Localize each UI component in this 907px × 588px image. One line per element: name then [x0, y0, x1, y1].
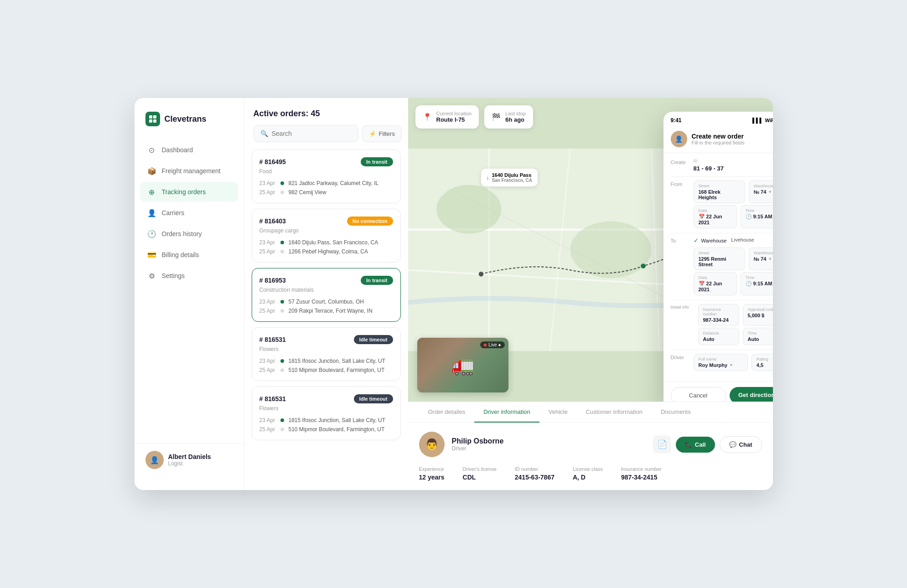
to-time-field[interactable]: Time 🕐 9:15 AM — [741, 272, 773, 295]
time-field[interactable]: Time Auto — [743, 328, 773, 345]
tab-documents[interactable]: Documents — [652, 402, 700, 423]
status-badge: In transit — [361, 276, 393, 285]
user-role: Logist — [168, 460, 211, 467]
time-field-label: Time — [748, 331, 773, 335]
order-type: Construction materials — [259, 287, 393, 293]
filters-button[interactable]: ⚡ Filters — [362, 125, 402, 142]
phone-icon: 📞 — [685, 441, 692, 448]
distance-field[interactable]: Distance Auto — [698, 328, 739, 345]
stop-dot — [280, 250, 284, 253]
from-time-field[interactable]: Time 🕐 9:15 AM — [741, 205, 773, 228]
bottom-panel: Order detailes Driver information Vehicl… — [408, 402, 773, 490]
order-id: # 816403 — [259, 217, 286, 225]
order-id: # 816953 — [259, 277, 286, 284]
tab-customer-information[interactable]: Customer information — [577, 402, 652, 423]
to-date-field[interactable]: Data 📅 22 Jun 2021 — [694, 272, 737, 295]
from-warehouse-field[interactable]: Warehouse № 74 ▼ — [749, 181, 773, 203]
tab-driver-information[interactable]: Driver information — [474, 402, 539, 423]
from-date-field[interactable]: Data 📅 22 Jun 2021 — [694, 205, 737, 228]
order-card[interactable]: # 816531 Idle timeout Flowers 23 Apr 181… — [252, 387, 401, 440]
warehouse-checkbox[interactable]: ✓ Warehouse — [694, 237, 727, 244]
orders-list: # 816495 In transit Food 23 Apr 821 Jadl… — [244, 150, 408, 490]
form-driver-row: Driver Full name Roy Murphy ▼ — [671, 354, 773, 371]
documents-button[interactable]: 📄 — [653, 435, 671, 454]
last-stop-value: 6h ago — [505, 116, 526, 123]
live-dot — [484, 344, 487, 346]
current-location-label: Current location — [436, 111, 472, 116]
insurance-field[interactable]: Insurance number 987-334-24 — [698, 304, 739, 326]
last-stop-card: 🏁 Last stop 6h ago — [484, 105, 533, 129]
driver-insurance-value: 987-34-2415 — [621, 474, 662, 481]
order-card-header: # 816495 In transit — [259, 157, 393, 166]
tab-order-details[interactable]: Order detailes — [419, 402, 475, 423]
stop-address: 510 Mipmor Boulevard, Farmington, UT — [289, 367, 385, 373]
driver-name: Philip Osborne — [452, 437, 504, 445]
driver-name-field[interactable]: Full name Roy Murphy ▼ — [694, 354, 748, 371]
cancel-button[interactable]: Cancel — [671, 387, 726, 402]
order-type: Flowers — [259, 405, 393, 412]
stop-dot — [280, 428, 284, 431]
order-card[interactable]: # 816531 Idle timeout Flowers 23 Apr 181… — [252, 327, 401, 381]
sidebar-item-carriers[interactable]: 👤 Carriers — [140, 203, 238, 223]
map-info-bar: 📍 Current location Route I-75 🏁 Last sto… — [415, 105, 533, 129]
time-field-value: Auto — [748, 336, 773, 342]
from-time-value: 🕐 9:15 AM — [746, 214, 773, 220]
tab-vehicle[interactable]: Vehicle — [539, 402, 577, 423]
stop-dot — [280, 241, 284, 244]
stop-dot — [280, 418, 284, 422]
stop-date: 23 Apr — [259, 180, 276, 186]
sidebar-item-freight[interactable]: 📦 Freight management — [140, 161, 238, 181]
live-view-widget: 🚛 Live ● — [417, 338, 508, 392]
stop-dot — [280, 309, 284, 313]
svg-point-16 — [478, 272, 483, 277]
stop-address: 1815 Ifosoc Junction, Salt Lake City, UT — [289, 417, 386, 423]
license-class-value: A, D — [573, 474, 603, 481]
logo-area: Clevetrans — [135, 112, 244, 140]
stop-dot — [280, 181, 284, 185]
sidebar-item-settings[interactable]: ⚙ Settings — [140, 266, 238, 286]
livehouse-label: Livehouse — [731, 237, 754, 244]
status-badge: Idle timeout — [354, 394, 393, 403]
stop-dot — [280, 191, 284, 194]
mobile-panel: 9:41 ▌▌▌ WiFi 🔋 👤 Create new order Fill … — [663, 112, 773, 402]
mobile-icons: ▌▌▌ WiFi 🔋 — [752, 118, 773, 124]
order-stop: 23 Apr 57 Zusur Court, Columbus, OH — [259, 299, 393, 305]
sidebar-item-billing[interactable]: 💳 Billing details — [140, 245, 238, 265]
get-direction-button[interactable]: Get direction — [730, 387, 773, 402]
stop-date: 23 Apr — [259, 358, 276, 364]
mobile-header-text: Create new order Fill in the required fi… — [692, 133, 745, 145]
from-field-group-2: Data 📅 22 Jun 2021 Time 🕐 9:15 AM — [694, 205, 773, 228]
logo-text: Clevetrans — [165, 114, 207, 124]
to-time-label: Time — [746, 275, 773, 280]
sidebar-item-tracking[interactable]: ⊕ Tracking orders — [140, 182, 238, 202]
order-card[interactable]: # 816403 No connection Groupage cargo 23… — [252, 209, 401, 263]
experience-value: 12 years — [419, 474, 445, 481]
chat-button[interactable]: 💬 Chat — [720, 436, 762, 453]
order-card-active[interactable]: # 816953 In transit Construction materia… — [252, 268, 401, 322]
form-create-row: Create ID 81 - 69 - 37 — [671, 159, 773, 172]
appraisal-field[interactable]: Appraisal cost 5,000 $ — [743, 304, 773, 326]
order-stops: 23 Apr 57 Zusur Court, Columbus, OH 25 A… — [259, 299, 393, 314]
to-fields: ✓ Warehouse Livehouse Street 1295 Renmi … — [694, 237, 773, 295]
stop-date: 25 Apr — [259, 308, 276, 314]
order-card-header: # 816953 In transit — [259, 276, 393, 285]
order-card[interactable]: # 816495 In transit Food 23 Apr 821 Jadl… — [252, 150, 401, 203]
driver-field-group: Full name Roy Murphy ▼ Rating 4,5 — [694, 354, 773, 371]
from-street-field[interactable]: Street 168 Elrek Heights — [694, 181, 745, 203]
experience-label: Experience — [419, 466, 445, 472]
order-card-header: # 816403 No connection — [259, 217, 393, 226]
route-label: ↓ 1640 Dijulu Pass San Francisco, CA — [481, 169, 538, 186]
sidebar-item-dashboard[interactable]: ⊙ Dashboard — [140, 140, 238, 160]
sidebar-item-label: Freight management — [162, 167, 221, 175]
search-input[interactable] — [272, 130, 352, 137]
call-button[interactable]: 📞 Call — [676, 437, 715, 453]
stop-date: 23 Apr — [259, 239, 276, 246]
sidebar-item-label: Dashboard — [162, 146, 193, 154]
to-street-field[interactable]: Street 1295 Renmi Street — [694, 248, 745, 270]
svg-point-14 — [641, 263, 646, 268]
sidebar-item-orders-history[interactable]: 🕐 Orders history — [140, 224, 238, 244]
order-card-header: # 816531 Idle timeout — [259, 394, 393, 403]
order-type: Food — [259, 168, 393, 175]
last-stop-info: Last stop 6h ago — [505, 111, 526, 123]
to-warehouse-field[interactable]: Warehouse № 74 ▼ — [749, 248, 773, 270]
